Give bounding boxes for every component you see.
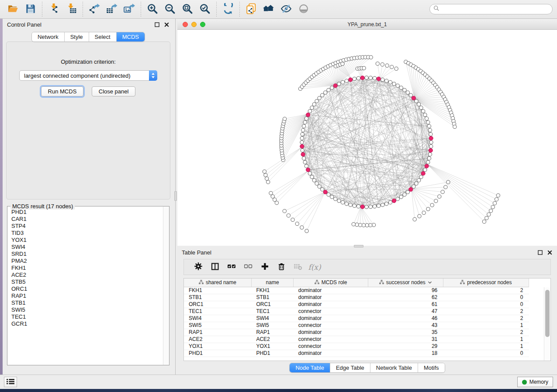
deselect-all-button[interactable] <box>240 261 256 274</box>
clone-network-button[interactable] <box>242 2 260 17</box>
network-node[interactable] <box>365 224 369 227</box>
network-node[interactable] <box>365 205 368 209</box>
network-node[interactable] <box>308 172 311 175</box>
network-node[interactable] <box>291 218 294 221</box>
network-node[interactable] <box>283 117 287 120</box>
network-node[interactable] <box>419 106 423 110</box>
network-node[interactable] <box>399 86 403 89</box>
network-node[interactable] <box>337 199 341 203</box>
table-scrollbar[interactable] <box>544 287 550 361</box>
network-node[interactable] <box>327 88 330 92</box>
network-node[interactable] <box>353 204 356 207</box>
network-node[interactable] <box>321 93 324 97</box>
network-node[interactable] <box>352 223 355 226</box>
close-table-panel-button[interactable] <box>547 249 553 255</box>
network-node[interactable] <box>422 211 426 214</box>
dominator-node[interactable] <box>333 84 337 88</box>
import-table-button[interactable] <box>62 2 80 17</box>
tab-network-table[interactable]: Network Table <box>370 363 418 372</box>
network-node[interactable] <box>444 186 447 189</box>
network-node[interactable] <box>300 137 304 140</box>
network-node[interactable] <box>353 77 356 81</box>
network-node[interactable] <box>434 199 438 203</box>
dominator-node[interactable] <box>429 148 432 152</box>
dominator-node[interactable] <box>425 164 429 168</box>
table-row[interactable]: STB1STB1dominator620 <box>184 294 529 301</box>
network-node[interactable] <box>345 79 348 83</box>
birds-eye-view-button[interactable] <box>295 2 312 17</box>
network-node[interactable] <box>334 197 337 201</box>
network-node[interactable] <box>482 220 486 224</box>
network-node[interactable] <box>312 179 316 182</box>
network-node[interactable] <box>376 62 379 65</box>
dominator-node[interactable] <box>306 168 310 172</box>
network-node[interactable] <box>381 203 384 206</box>
network-node[interactable] <box>302 124 306 128</box>
network-node[interactable] <box>359 223 362 227</box>
network-node[interactable] <box>415 182 418 185</box>
network-node[interactable] <box>373 205 376 208</box>
refresh-button[interactable] <box>219 2 237 17</box>
tab-network[interactable]: Network <box>32 32 65 41</box>
network-node[interactable] <box>304 117 308 120</box>
network-node[interactable] <box>303 120 307 124</box>
network-node[interactable] <box>330 195 334 199</box>
column-header-predecessor-nodes[interactable]: predecessor nodes <box>443 279 529 287</box>
dominator-node[interactable] <box>421 172 425 175</box>
float-table-panel-button[interactable] <box>537 249 543 255</box>
network-node[interactable] <box>493 202 496 205</box>
network-node[interactable] <box>318 185 321 188</box>
network-node[interactable] <box>264 173 267 177</box>
dominator-node[interactable] <box>300 144 304 148</box>
network-node[interactable] <box>394 67 398 70</box>
network-node[interactable] <box>406 91 409 94</box>
column-header-successor-nodes[interactable]: successor nodes <box>368 279 443 287</box>
network-node[interactable] <box>409 93 412 97</box>
dominator-node[interactable] <box>409 187 413 191</box>
tab-edge-table[interactable]: Edge Table <box>330 363 370 372</box>
table-row[interactable]: SWI5SWI5connector431 <box>184 322 529 329</box>
network-node[interactable] <box>273 198 277 201</box>
network-node[interactable] <box>303 161 307 164</box>
close-panel-button[interactable] <box>163 21 170 28</box>
network-node[interactable] <box>429 132 432 136</box>
network-node[interactable] <box>489 209 493 213</box>
network-node[interactable] <box>418 214 421 218</box>
network-node[interactable] <box>377 204 381 207</box>
table-row[interactable]: RAP1RAP1dominator352 <box>184 329 529 336</box>
network-node[interactable] <box>275 201 278 205</box>
network-node[interactable] <box>417 179 421 182</box>
network-node[interactable] <box>423 168 427 172</box>
tab-select[interactable]: Select <box>89 32 117 41</box>
network-node[interactable] <box>372 223 376 227</box>
memory-button[interactable]: Memory <box>517 377 553 387</box>
table-row[interactable]: ACE2ACE2connector311 <box>184 336 529 343</box>
network-node[interactable] <box>495 198 498 201</box>
open-button[interactable] <box>4 2 22 17</box>
network-node[interactable] <box>388 80 392 84</box>
network-node[interactable] <box>345 202 348 206</box>
network-node[interactable] <box>266 180 270 184</box>
zoom-out-button[interactable] <box>161 2 179 17</box>
network-node[interactable] <box>396 84 399 87</box>
network-node[interactable] <box>304 164 308 168</box>
tab-node-table[interactable]: Node Table <box>290 363 330 372</box>
settings-button[interactable] <box>190 261 207 274</box>
network-node[interactable] <box>429 144 433 148</box>
splitter-grip[interactable] <box>174 191 177 201</box>
network-node[interactable] <box>496 194 500 197</box>
network-node[interactable] <box>356 76 360 80</box>
network-node[interactable] <box>341 201 344 204</box>
mcds-result-scrollbar[interactable] <box>163 206 169 365</box>
table-row[interactable]: ORC1ORC1dominator610 <box>184 301 529 308</box>
network-node[interactable] <box>373 76 376 80</box>
dominator-node[interactable] <box>349 78 353 82</box>
network-node[interactable] <box>308 110 311 113</box>
horizontal-splitter-grip[interactable] <box>354 245 363 248</box>
dominator-node[interactable] <box>377 77 381 81</box>
import-network-button[interactable] <box>45 2 62 17</box>
network-node[interactable] <box>385 64 389 67</box>
column-visibility-button[interactable] <box>207 261 223 274</box>
add-column-button[interactable] <box>256 261 273 274</box>
network-node[interactable] <box>283 209 286 213</box>
